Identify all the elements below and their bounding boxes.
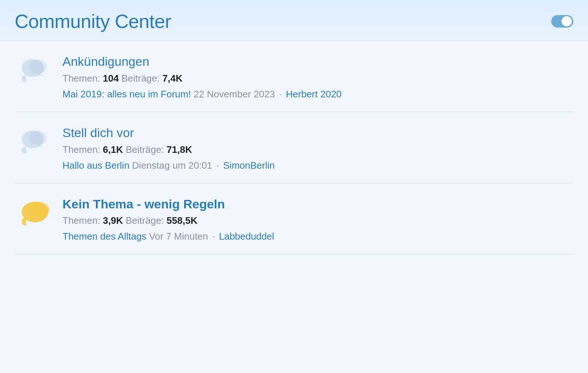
forum-item-introductions: Stell dich vor Themen: 6,1K Beiträge: 71… — [15, 112, 573, 183]
last-thread-date-offtopic: Vor 7 Minuten — [149, 231, 211, 242]
forum-title-offtopic[interactable]: Kein Thema - wenig Regeln — [62, 197, 573, 212]
toggle-switch[interactable] — [551, 15, 573, 28]
posts-label: Beiträge: — [121, 73, 159, 84]
themes-value: 6,1K — [103, 144, 126, 155]
last-thread-link-announcements[interactable]: Mai 2019: alles neu im Forum! — [62, 89, 191, 100]
posts-value: 558,5K — [166, 215, 197, 226]
svg-point-5 — [29, 202, 50, 218]
themes-label: Themen: — [62, 144, 100, 155]
forum-icon-announcements — [15, 54, 55, 86]
themes-label: Themen: — [62, 73, 100, 84]
forum-icon-introductions — [15, 125, 55, 157]
last-thread-user-announcements[interactable]: Herbert 2020 — [286, 89, 342, 100]
svg-point-1 — [29, 60, 47, 73]
chat-icon — [19, 199, 51, 228]
last-thread-link-offtopic[interactable]: Themen des Alltags — [62, 231, 146, 242]
forum-list: Ankündigungen Themen: 104 Beiträge: 7,4K… — [0, 41, 588, 254]
separator: · — [279, 89, 282, 100]
posts-label: Beiträge: — [126, 215, 164, 226]
forum-last-offtopic: Themen des Alltags Vor 7 Minuten · Labbe… — [62, 231, 573, 242]
posts-label: Beiträge: — [126, 144, 164, 155]
forum-last-announcements: Mai 2019: alles neu im Forum! 22 Novembe… — [62, 89, 573, 100]
last-thread-link-introductions[interactable]: Hallo aus Berlin — [62, 160, 129, 171]
themes-value: 3,9K — [103, 215, 126, 226]
last-thread-date-announcements: 22 November 2023 — [194, 89, 277, 100]
themes-label: Themen: — [62, 215, 100, 226]
separator: · — [216, 160, 219, 171]
forum-stats-announcements: Themen: 104 Beiträge: 7,4K — [62, 73, 573, 84]
chat-icon — [19, 56, 51, 86]
last-thread-date-introductions: Dienstag um 20:01 — [132, 160, 215, 171]
posts-value: 7,4K — [162, 73, 183, 84]
forum-stats-offtopic: Themen: 3,9K Beiträge: 558,5K — [62, 215, 573, 226]
forum-item-offtopic: Kein Thema - wenig Regeln Themen: 3,9K B… — [15, 183, 573, 255]
page-title: Community Center — [15, 10, 171, 32]
forum-stats-introductions: Themen: 6,1K Beiträge: 71,8K — [62, 144, 573, 155]
forum-title-introductions[interactable]: Stell dich vor — [62, 125, 573, 140]
forum-info-announcements: Ankündigungen Themen: 104 Beiträge: 7,4K… — [55, 54, 573, 100]
posts-value: 71,8K — [166, 144, 192, 155]
forum-title-announcements[interactable]: Ankündigungen — [62, 54, 573, 69]
forum-item-announcements: Ankündigungen Themen: 104 Beiträge: 7,4K… — [15, 41, 573, 112]
chat-icon — [19, 128, 51, 157]
page-header: Community Center — [0, 0, 588, 41]
forum-info-offtopic: Kein Thema - wenig Regeln Themen: 3,9K B… — [55, 197, 573, 243]
separator: · — [212, 231, 215, 242]
themes-value: 104 — [103, 73, 122, 84]
last-thread-user-offtopic[interactable]: Labbeduddel — [219, 231, 274, 242]
forum-icon-offtopic — [15, 197, 55, 228]
forum-last-introductions: Hallo aus Berlin Dienstag um 20:01 · Sim… — [62, 160, 573, 171]
last-thread-user-introductions[interactable]: SimonBerlin — [223, 160, 275, 171]
svg-point-3 — [29, 131, 47, 145]
forum-info-introductions: Stell dich vor Themen: 6,1K Beiträge: 71… — [55, 125, 573, 171]
